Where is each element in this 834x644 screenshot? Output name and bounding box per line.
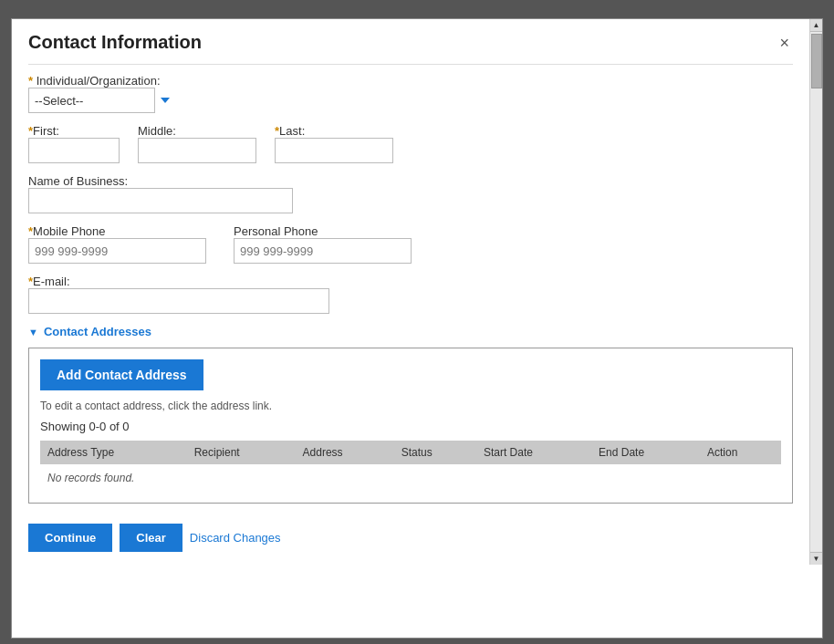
addresses-box: Add Contact Address To edit a contact ad…: [28, 348, 793, 504]
discard-changes-link[interactable]: Discard Changes: [190, 531, 281, 545]
mobile-phone-field: *Mobile Phone: [28, 224, 206, 264]
col-address: Address: [296, 441, 394, 464]
individual-org-select[interactable]: --Select--: [28, 88, 174, 113]
hint-text: To edit a contact address, click the add…: [40, 400, 781, 412]
footer-row: Continue Clear Discard Changes: [28, 514, 793, 556]
first-name-field: *First:: [28, 124, 120, 163]
scroll-thumb[interactable]: [811, 34, 822, 88]
contact-addresses-title[interactable]: Contact Addresses: [44, 325, 151, 338]
modal-title: Contact Information: [28, 32, 202, 53]
close-button[interactable]: ×: [776, 35, 793, 51]
first-label: *First:: [28, 124, 120, 138]
email-input[interactable]: [28, 288, 329, 314]
col-recipient: Recipient: [187, 441, 296, 464]
required-star: *: [28, 74, 33, 88]
col-address-type: Address Type: [40, 441, 187, 464]
personal-phone-label: Personal Phone: [234, 224, 412, 238]
middle-label: Middle:: [138, 124, 256, 138]
add-contact-address-button[interactable]: Add Contact Address: [40, 359, 203, 390]
middle-name-field: Middle:: [138, 124, 256, 163]
first-input[interactable]: [28, 138, 120, 163]
individual-org-label: * Individual/Organization:: [28, 74, 161, 88]
last-name-field: *Last:: [275, 124, 393, 163]
no-records-cell: No records found.: [40, 464, 781, 492]
business-label: Name of Business:: [28, 174, 128, 188]
scroll-track: [810, 32, 822, 552]
col-end-date: End Date: [591, 441, 700, 464]
personal-phone-field: Personal Phone: [234, 224, 412, 264]
mobile-phone-label: *Mobile Phone: [28, 224, 206, 238]
col-action: Action: [700, 441, 781, 464]
continue-button[interactable]: Continue: [28, 524, 112, 552]
table-row: No records found.: [40, 464, 781, 492]
table-header-row: Address Type Recipient Address Status St…: [40, 441, 781, 464]
showing-text: Showing 0-0 of 0: [40, 420, 781, 433]
last-label: *Last:: [275, 124, 393, 138]
scroll-up-arrow[interactable]: ▲: [810, 19, 822, 32]
col-start-date: Start Date: [476, 441, 591, 464]
address-table: Address Type Recipient Address Status St…: [40, 441, 781, 492]
mobile-phone-input[interactable]: [28, 238, 206, 264]
email-label: *E-mail:: [28, 275, 70, 288]
personal-phone-input[interactable]: [234, 238, 412, 264]
clear-button[interactable]: Clear: [120, 524, 182, 552]
contact-addresses-section-header: ▼ Contact Addresses: [28, 325, 793, 338]
section-toggle-icon[interactable]: ▼: [28, 327, 38, 338]
individual-org-select-wrapper: --Select--: [28, 88, 174, 113]
middle-input[interactable]: [138, 138, 256, 163]
scroll-down-arrow[interactable]: ▼: [810, 552, 822, 565]
last-input[interactable]: [275, 138, 393, 163]
col-status: Status: [394, 441, 476, 464]
scrollbar: ▲ ▼: [809, 19, 822, 565]
business-input[interactable]: [28, 188, 293, 213]
